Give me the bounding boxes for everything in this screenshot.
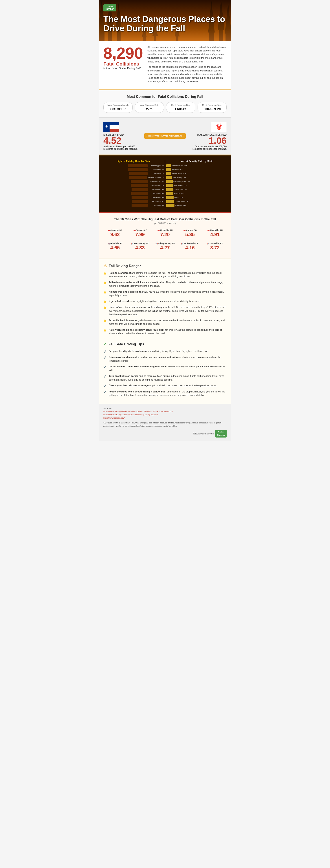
bottom-city-4: 🚗Louisville, KY 3.72 — [203, 241, 227, 252]
danger-item-2: ⚠️ Animal crossings spike in the fall. Y… — [103, 290, 227, 297]
danger-text-3: It gets darker earlier as daylight savin… — [109, 300, 201, 303]
left-bar-row-4: New Mexico 3.84 — [103, 180, 164, 183]
chart-divider — [165, 160, 165, 208]
right-bar-fill-10 — [166, 204, 175, 207]
city-flag-1: 🚗 — [133, 229, 136, 231]
bottom-city-0: 🚗Glendale, AZ 4.65 — [103, 241, 127, 252]
states-section: ✦ MISSISSIPPI HAD 4.52 fatal car acciden… — [99, 118, 231, 155]
right-bar-label-8: Maine 1.64 — [174, 196, 192, 198]
top-city-name-3: 🚗Aurora, CO — [179, 229, 201, 231]
right-bar-row-7: Vermont 1.55 — [166, 192, 227, 195]
tips-items-list: ✔️ Set your headlights to low beams when… — [103, 349, 227, 397]
left-bar-label-2: Arkansas 4.18 — [148, 173, 164, 175]
warning-icon-3: ⚠️ — [103, 300, 107, 303]
tips-text-4: Check your tires' air pressure regularly… — [109, 384, 217, 388]
top-city-name-2: 🚗Memphis, TN — [154, 229, 176, 231]
tips-item-3: ✔️ Turn headlights on earlier and be mor… — [103, 374, 227, 381]
warning-icon-6: ⚠️ — [103, 328, 107, 335]
bottom-city-name-2: 🚗Albuquerque, NM — [154, 242, 176, 245]
card-value-3: 6:00-6:59 PM — [201, 107, 224, 111]
right-bar-label-1: New York 1.13 — [172, 168, 190, 170]
left-bar-fill-3 — [129, 176, 147, 179]
check-icon: ✓ — [103, 342, 107, 347]
hero-title: The Most Dangerous Places to Drive Durin… — [103, 15, 227, 33]
right-bar-label-4: New Hampshire 1.46 — [173, 181, 191, 183]
danger-item-5: ⚠️ School is back in session, which mean… — [103, 318, 227, 326]
footer-logo-area: TeletracNavman.com Teletrac Navman — [103, 430, 227, 437]
right-bar-label-9: Pennsylvania 1.73 — [175, 200, 192, 202]
city-flag-3: 🚗 — [183, 229, 186, 231]
top-city-name-4: 🚗Nashville, TN — [204, 229, 226, 231]
tips-item-2: ✔️ Do not slam on the brakes when drivin… — [103, 365, 227, 372]
top-city-4: 🚗Nashville, TN 4.91 — [203, 228, 227, 239]
left-bar-fill-1 — [128, 168, 148, 171]
left-bar-fill-5 — [131, 184, 148, 187]
check-icon-4: ✔️ — [103, 384, 107, 388]
danger-item-6: ⚠️ Halloween can be an especially danger… — [103, 328, 227, 335]
left-bar-row-5: Tennessee 3.79 — [103, 184, 164, 187]
common-card-1: Most Common Date 27th — [135, 102, 164, 113]
danger-heading-text: Fall Driving Danger — [109, 264, 141, 268]
bottom-city-name-3: 🚗Jacksonville, FL — [179, 242, 201, 245]
danger-text-6: Halloween can be an especially dangerous… — [109, 328, 227, 335]
right-bar-label-0: Massachusetts 1.06 — [172, 165, 189, 167]
sources-label: Sources: — [103, 407, 227, 410]
left-bar-fill-0 — [128, 164, 148, 167]
dual-bar-chart: Highest Fatality Rate by State Mississip… — [103, 160, 227, 208]
stats-para1: At Teletrac Navman, we are passionate ab… — [147, 45, 227, 64]
right-bar-fill-7 — [166, 192, 173, 195]
city-flag-b-3: 🚗 — [181, 242, 183, 245]
danger-text-5: School is back in session, which means s… — [109, 318, 227, 326]
right-bar-label-10: Maryland 1.84 — [175, 204, 193, 206]
fatal-label: Fatal Collisions — [103, 61, 143, 67]
warning-icon-5: ⚠️ — [103, 319, 107, 326]
source-links[interactable]: https://www.nhtsa.gov/file-downloads?p=n… — [103, 410, 227, 420]
bottom-city-2: 🚗Albuquerque, NM 4.27 — [153, 241, 177, 252]
city-flag-b-0: 🚗 — [108, 242, 110, 245]
ms-number: 4.52 — [103, 136, 142, 145]
top-city-1: 🚗Tucson, AZ 7.99 — [128, 228, 152, 239]
check-icon-1: ✔️ — [103, 355, 107, 363]
left-bar-label-7: Wyoming 3.68 — [148, 192, 164, 194]
common-card-0: Most Common Month OCTOBER — [103, 102, 133, 113]
bottom-city-val-1: 4.33 — [129, 245, 151, 251]
stats-description: At Teletrac Navman, we are passionate ab… — [147, 45, 227, 85]
footer-brand-logo: Teletrac Navman — [215, 430, 227, 437]
hero-section: Teletrac Navman The Most Dangerous Place… — [99, 0, 231, 41]
fatal-collisions-block: 8,290 Fatal Collisions in the United Sta… — [103, 45, 143, 85]
brand-logo: Teletrac Navman — [103, 4, 116, 11]
sources-footnote: *The data shown is taken from Fall 2019.… — [103, 421, 227, 428]
left-bar-label-5: Tennessee 3.79 — [148, 184, 164, 186]
source-link-2[interactable]: https://www.census.gov/ — [103, 416, 227, 420]
danger-text-4: Underinflated tires can be an overlooked… — [109, 305, 227, 316]
left-bar-row-2: Arkansas 4.18 — [103, 172, 164, 175]
warning-icon-1: ⚠️ — [103, 281, 107, 288]
top-city-val-3: 5.35 — [179, 232, 201, 238]
danger-item-1: ⚠️ Fallen leaves can be as slick as ice … — [103, 281, 227, 288]
left-bar-label-0: Mississippi 4.52 — [148, 165, 164, 167]
left-bar-row-0: Mississippi 4.52 — [103, 164, 164, 167]
right-bars-container: Massachusetts 1.06 New York 1.13 Rhode I… — [166, 164, 227, 207]
logo-bar: Teletrac Navman — [103, 4, 227, 11]
cities-title: The 10 Cities With The Highest Rate of F… — [103, 217, 227, 221]
common-card-2: Most Common Day FRIDAY — [166, 102, 196, 113]
left-bar-row-7: Wyoming 3.68 — [103, 192, 164, 195]
city-flag-b-4: 🚗 — [207, 242, 209, 245]
right-bar-row-3: New Jersey 1.29 — [166, 176, 227, 179]
right-bar-fill-8 — [166, 196, 174, 199]
tips-section: ✓ Fall Safe Driving Tips ✔️ Set your hea… — [99, 342, 231, 404]
city-flag-2: 🚗 — [157, 229, 160, 231]
danger-section: ⚠ Fall Driving Danger ⚠️ Rain, fog, and … — [99, 258, 231, 342]
danger-item-0: ⚠️ Rain, fog, and frost are common throu… — [103, 271, 227, 278]
card-value-1: 27th — [138, 107, 161, 111]
source-link-0[interactable]: https://www.nhtsa.gov/file-downloads?p=n… — [103, 410, 227, 413]
check-icon-0: ✔️ — [103, 349, 107, 353]
card-label-2: Most Common Day — [169, 104, 192, 106]
top-city-name-0: 🚗Jackson, MS — [104, 229, 126, 231]
source-link-1[interactable]: https://www.aarp.org/auto/info-2016/fall… — [103, 413, 227, 416]
sources-section: Sources: https://www.nhtsa.gov/file-down… — [99, 404, 231, 441]
top-city-val-0: 9.62 — [104, 232, 126, 238]
right-bar-fill-3 — [166, 176, 172, 179]
right-bar-label-3: New Jersey 1.29 — [173, 177, 190, 179]
tips-item-4: ✔️ Check your tires' air pressure regula… — [103, 384, 227, 388]
